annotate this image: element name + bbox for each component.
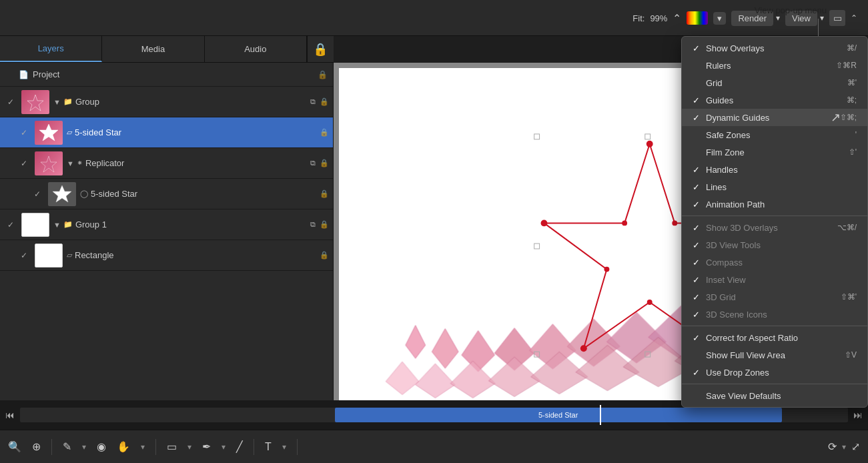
menu-item-correct-aspect[interactable]: ✓ Correct for Aspect Ratio [682,329,867,346]
menu-label-3d-overlays: Show 3D Overlays [706,223,832,233]
menu-item-lines[interactable]: ✓ Lines [682,178,867,195]
view-popup-label: View pop-up menu [755,5,827,15]
project-lock-icon: 🔒 [318,70,328,79]
pen-tool-btn[interactable]: ✒ [202,440,211,453]
expand-btn[interactable]: ⤢ [851,440,860,453]
timeline-start-btn[interactable]: ⏮ [5,410,15,420]
layer-row-rectangle[interactable]: ✓ ▱ Rectangle 🔒 [0,240,333,271]
fit-stepper[interactable]: ⌃ [673,12,681,25]
add-layer-btn[interactable]: ⊕ [32,440,41,453]
timeline-track[interactable]: 5-sided Star [20,408,848,422]
menu-item-safe-zones[interactable]: Safe Zones ' [682,126,867,143]
layer-check-group[interactable]: ✓ [4,97,17,107]
text-tool-btn[interactable]: T [265,441,272,453]
menu-item-dynamic-guides[interactable]: ✓ Dynamic Guides ⇧⌘; ↗ [682,109,867,126]
window-stepper[interactable]: ⌃ [851,13,857,23]
menu-check-dynamic-guides: ✓ [693,113,706,123]
layer-clone-icon-group: ⧉ [310,97,316,106]
layer-lock-icon-rectangle: 🔒 [320,251,329,260]
text-tool-arrow[interactable]: ▾ [282,442,286,452]
search-btn[interactable]: 🔍 [8,440,21,453]
keyframe-btn[interactable]: ⟳ [828,440,837,453]
layer-row-star2[interactable]: ✓ ◯ 5-sided Star 🔒 [0,179,333,209]
svg-point-32 [647,300,653,305]
layers-lock-btn[interactable]: 🔒 [307,36,334,62]
timeline-selected-label: 5-sided Star [538,411,578,419]
menu-label-full-view: Show Full View Area [706,350,839,360]
disclosure-group[interactable]: ▼ [53,98,61,106]
layer-check-replicator[interactable]: ✓ [17,159,31,168]
layer-row-project[interactable]: 📄 Project 🔒 [0,63,333,87]
layer-check-group1[interactable]: ✓ [4,220,17,229]
layer-info-group1: ▼ 📁 Group 1 [53,219,310,229]
mask-tool-btn[interactable]: ◉ [97,440,106,453]
layer-check-rectangle[interactable]: ✓ [17,251,31,260]
svg-point-35 [541,219,548,226]
menu-sep-1 [682,215,867,216]
rig-tool-arrow[interactable]: ▾ [82,442,86,452]
layer-row-star1[interactable]: ✓ ▱ 5-sided Star 🔒 [0,117,333,148]
menu-shortcut-safe-zones: ' [855,130,857,139]
layer-row-replicator[interactable]: ✓ ▼ ⁕ Replicator ⧉ 🔒 [0,148,333,179]
menu-label-animation-path: Animation Path [706,199,851,209]
layer-thumb-replicator [35,151,63,175]
menu-item-animation-path[interactable]: ✓ Animation Path [682,195,867,213]
layer-thumb-group1 [21,213,49,237]
layers-panel: 📄 Project 🔒 ✓ ▼ 📁 Group ⧉ 🔒 ✓ ▱ [0,63,334,430]
rig-tool-btn[interactable]: ✎ [63,440,71,453]
layer-check-star2[interactable]: ✓ [31,189,44,199]
timeline-end-btn[interactable]: ⏭ [853,410,863,420]
menu-item-film-zone[interactable]: Film Zone ⇧' [682,143,867,161]
layer-thumb-star1 [35,121,63,145]
menu-item-handles[interactable]: ✓ Handles [682,161,867,178]
layer-check-star1[interactable]: ✓ [17,128,31,137]
layer-name-project: Project [33,69,59,79]
keyframe-arrow[interactable]: ▾ [842,442,846,452]
hand-tool-btn[interactable]: ✋ [117,440,130,453]
group1-icon: 📁 [63,220,73,229]
layer-row-group[interactable]: ✓ ▼ 📁 Group ⧉ 🔒 [0,87,333,117]
menu-item-use-drop-zones[interactable]: ✓ Use Drop Zones [682,364,867,381]
disclosure-group1[interactable]: ▼ [53,221,61,229]
shape-tool-btn[interactable]: ▭ [167,440,177,453]
menu-shortcut-rulers: ⇧⌘R [836,61,857,70]
menu-item-guides[interactable]: ✓ Guides ⌘; [682,91,867,109]
layer-row-group1[interactable]: ✓ ▼ 📁 Group 1 ⧉ 🔒 [0,209,333,240]
menu-item-show-overlays[interactable]: ✓ Show Overlays ⌘/ [682,39,867,57]
svg-point-33 [580,345,587,352]
timeline-selected-range: 5-sided Star [335,408,782,422]
window-btn[interactable]: ▭ [829,10,845,26]
color-dropdown-arrow[interactable]: ▾ [713,12,726,25]
menu-check-3d-view-tools: ✓ [693,240,706,250]
menu-item-grid[interactable]: Grid ⌘' [682,74,867,91]
menu-check-3d-scene-icons: ✓ [693,310,706,320]
project-icon: 📄 [19,70,29,79]
pen-tool-arrow[interactable]: ▾ [222,442,226,452]
svg-marker-2 [41,156,57,172]
color-picker-btn[interactable] [687,11,708,25]
menu-label-film-zone: Film Zone [706,147,843,157]
timeline-playhead[interactable] [600,405,601,425]
hand-tool-arrow[interactable]: ▾ [141,442,145,452]
menu-check-show-overlays: ✓ [693,43,706,53]
tab-layers[interactable]: Layers [0,36,102,62]
menu-shortcut-3d-overlays: ⌥⌘/ [837,223,857,232]
menu-item-save-view-defaults[interactable]: Save View Defaults [682,387,867,404]
menu-label-inset-view: Inset View [706,275,857,285]
tab-audio[interactable]: Audio [205,36,307,62]
menu-item-compass: ✓ Compass [682,254,867,271]
svg-marker-1 [39,124,58,141]
menu-shortcut-show-overlays: ⌘/ [847,43,857,53]
menu-item-rulers[interactable]: Rulers ⇧⌘R [682,57,867,74]
svg-point-34 [604,267,609,272]
menu-item-full-view[interactable]: Show Full View Area ⇧V [682,346,867,364]
fit-value: 99% [650,13,667,23]
menu-label-use-drop-zones: Use Drop Zones [706,368,851,378]
tab-media[interactable]: Media [102,36,204,62]
shape-icon-star2: ◯ [80,189,88,198]
shape-tool-arrow[interactable]: ▾ [187,442,191,452]
disclosure-replicator[interactable]: ▼ [67,159,74,167]
layer-actions-star2: 🔒 [320,189,329,198]
layer-lock-icon-replicator: 🔒 [320,159,329,167]
line-tool-btn[interactable]: ╱ [236,440,243,453]
